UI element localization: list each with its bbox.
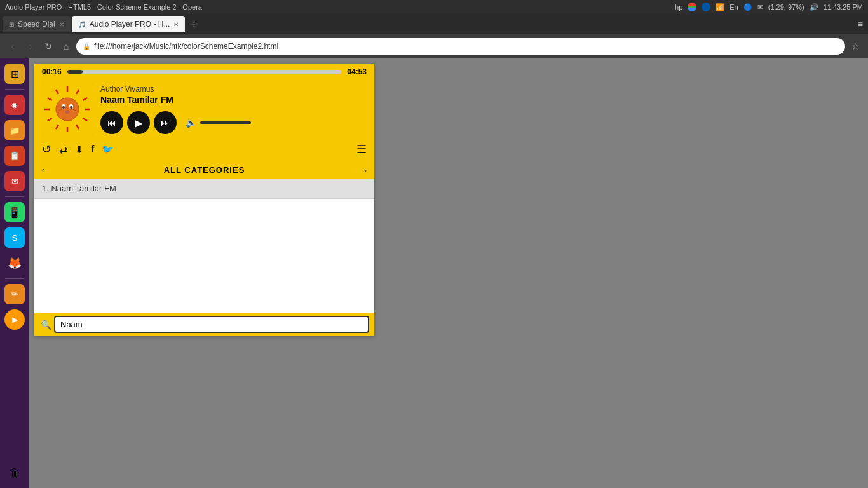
time-total: 04:53 [346,67,367,76]
next-button[interactable]: ⏭ [154,111,177,134]
tab-audio-player-label: Audio Player PRO - H... [90,20,170,29]
twitter-icon[interactable]: 🐦 [102,144,114,155]
playlist-item-label: 1. Naam Tamilar FM [42,184,116,193]
svg-point-17 [70,106,72,109]
download-icon[interactable]: ⬇ [75,144,83,156]
action-bar: ↺ ⇄ ⬇ f 🐦 ☰ [34,140,374,161]
dock-item-trash[interactable]: 🗑 [3,461,26,484]
forward-button[interactable]: › [23,39,38,54]
tab-menu-button[interactable]: ≡ [855,17,865,32]
repeat-icon[interactable]: ↺ [42,142,51,156]
prev-button[interactable]: ⏮ [100,111,123,134]
dock-item-notes[interactable]: 📋 [3,144,26,167]
dock-divider-1 [5,89,24,90]
mail-icon: ✉ [4,171,25,191]
playlist-item[interactable]: 1. Naam Tamilar FM [34,179,374,199]
search-bar: 🔍 [34,313,374,336]
svg-point-18 [65,110,70,114]
back-button[interactable]: ‹ [5,39,20,54]
tab-audio-player[interactable]: 🎵 Audio Player PRO - H... ✕ [72,16,186,32]
dock-item-vlc[interactable]: ▶ [3,308,26,331]
dock-item-writer[interactable]: ✏ [3,283,26,306]
search-input[interactable] [55,317,368,332]
address-text: file:///home/jack/Music/ntk/colorSchemeE… [94,42,278,51]
tab-speed-dial[interactable]: ⊞ Speed Dial ✕ [3,16,71,32]
firefox-icon: 🦊 [4,253,25,273]
home-button[interactable]: ⌂ [58,39,74,54]
nav-bar: ‹ › ↻ ⌂ 🔒 file:///home/jack/Music/ntk/co… [0,34,868,58]
search-icon: 🔍 [41,320,51,330]
dock-item-files[interactable]: 📁 [3,119,26,142]
browser-chrome: ⊞ Speed Dial ✕ 🎵 Audio Player PRO - H...… [0,14,868,58]
svg-point-13 [56,98,79,121]
tab-bar: ⊞ Speed Dial ✕ 🎵 Audio Player PRO - H...… [0,14,868,34]
wifi-icon: 📶 [715,3,724,11]
track-author: Author Vivamus [100,85,367,93]
time-current: 00:16 [42,67,62,76]
hp-icon: hp [675,3,682,11]
titlebar-right: hp 📶 En 🔵 ✉ (1:29, 97%) 🔊 11:43:25 PM [675,3,863,11]
track-title: Naam Tamilar FM [100,95,367,105]
dock-divider-2 [5,196,24,197]
dock-divider-3 [5,278,24,279]
album-art [42,84,93,135]
playlist-section: ‹ ALL CATEGORIES › 1. Naam Tamilar FM [34,161,374,313]
chrome-indicator [688,3,696,11]
playlist-empty-space [34,199,374,313]
apps-icon: ◉ [4,95,25,115]
progress-section: 00:16 04:53 [34,64,374,79]
dock-item-whatsapp[interactable]: 📱 [3,201,26,224]
progress-track[interactable] [67,70,341,74]
trash-icon: 🗑 [4,463,25,483]
dock-item-red1[interactable]: ◉ [3,93,26,116]
volume-slider[interactable] [200,121,251,124]
vlc-icon: ▶ [4,309,25,330]
dock: ⊞ ◉ 📁 📋 ✉ 📱 S 🦊 ✏ ▶ [0,58,29,488]
facebook-icon[interactable]: f [91,144,94,155]
shuffle-icon[interactable]: ⇄ [59,144,67,156]
tab-audio-player-close[interactable]: ✕ [173,21,179,28]
address-bar[interactable]: 🔒 file:///home/jack/Music/ntk/colorSchem… [76,38,845,55]
home-icon: ⊞ [4,64,25,84]
clock: 11:43:25 PM [824,3,863,11]
dock-item-skype[interactable]: S [3,226,26,249]
chevron-left-icon: ‹ [42,166,44,175]
bookmark-button[interactable]: ☆ [848,39,863,54]
volume-icon[interactable]: 🔈 [186,118,196,128]
main-content: 00:16 04:53 [29,58,868,488]
play-button[interactable]: ▶ [127,111,150,134]
svg-point-16 [62,106,65,109]
writer-icon: ✏ [4,284,25,304]
mail-icon: ✉ [757,3,763,11]
lock-icon: 🔒 [83,43,90,50]
player-controls: ⏮ ▶ ⏭ 🔈 [100,111,367,134]
dock-item-home[interactable]: ⊞ [3,62,26,85]
os-titlebar: Audio Player PRO - HTML5 - Color Scheme … [0,0,868,14]
playlist-header[interactable]: ‹ ALL CATEGORIES › [34,161,374,179]
dock-item-mail[interactable]: ✉ [3,170,26,193]
reload-button[interactable]: ↻ [41,39,56,54]
player-body: Author Vivamus Naam Tamilar FM ⏮ ▶ ⏭ 🔈 [34,79,374,140]
track-info: Author Vivamus Naam Tamilar FM ⏮ ▶ ⏭ 🔈 [100,85,367,134]
playlist-items: 1. Naam Tamilar FM [34,179,374,199]
tab-audio-icon: 🎵 [78,21,86,28]
tab-grid-icon: ⊞ [9,21,14,28]
volume-section: 🔈 [186,118,251,128]
battery-status: (1:29, 97%) [768,3,804,11]
whatsapp-icon: 📱 [4,202,25,222]
lang-indicator: En [729,3,738,11]
titlebar-title: Audio Player PRO - HTML5 - Color Scheme … [5,3,202,11]
album-art-image [42,84,93,135]
new-tab-button[interactable]: + [186,17,201,32]
playlist-icon[interactable]: ☰ [356,142,367,156]
page-layout: ⊞ ◉ 📁 📋 ✉ 📱 S 🦊 ✏ ▶ [0,58,868,488]
notes-icon: 📋 [4,146,25,166]
dock-item-firefox[interactable]: 🦊 [3,252,26,274]
skype-icon: S [4,227,25,248]
volume-indicator: 🔊 [810,3,818,11]
opera-icon [702,3,710,11]
progress-fill [67,70,83,74]
audio-player: 00:16 04:53 [34,64,374,336]
bluetooth-icon: 🔵 [743,3,752,11]
tab-speed-dial-close[interactable]: ✕ [59,21,64,28]
